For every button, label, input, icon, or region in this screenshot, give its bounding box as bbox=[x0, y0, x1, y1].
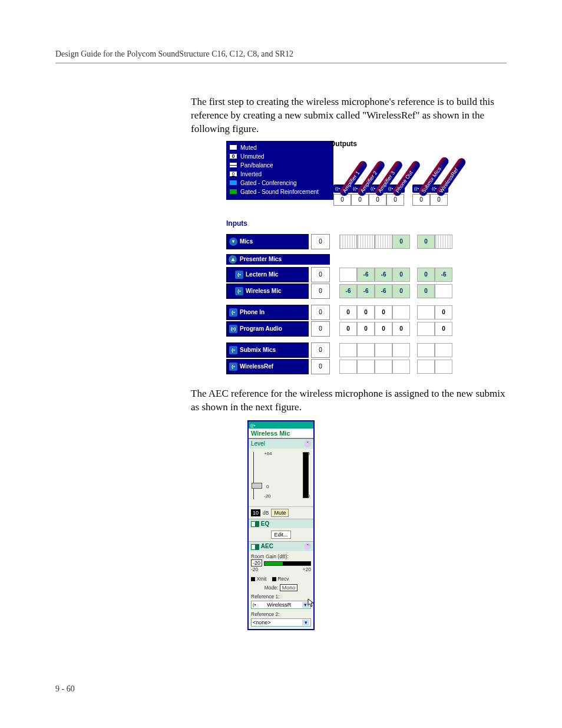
crosspoint[interactable] bbox=[417, 360, 435, 374]
inputs-label: Inputs bbox=[226, 219, 247, 228]
crosspoint[interactable]: 0 bbox=[375, 305, 392, 319]
input-row-wirelessmic[interactable]: (•Wireless Mic bbox=[226, 284, 309, 299]
crosspoint[interactable] bbox=[339, 360, 357, 374]
col-submixmics[interactable]: Submix Mics((•0 bbox=[412, 185, 430, 206]
crosspoint[interactable] bbox=[435, 343, 452, 357]
crosspoint[interactable]: -6 bbox=[375, 268, 392, 282]
crosspoint[interactable] bbox=[435, 360, 452, 374]
level-meter bbox=[303, 452, 309, 498]
room-gain-value[interactable]: -20 bbox=[251, 559, 262, 566]
crosspoint[interactable]: 0 bbox=[339, 322, 357, 336]
panel-title: Wireless Mic bbox=[249, 429, 313, 439]
input-fader[interactable]: 0 bbox=[311, 267, 330, 282]
aec-section: Room Gain (dB): -20 -20 +20 Xmit Recv Mo… bbox=[249, 551, 313, 629]
crosspoint[interactable]: -6 bbox=[357, 284, 375, 298]
crosspoint[interactable] bbox=[339, 268, 357, 282]
legend-unmuted: Unmuted bbox=[240, 152, 265, 161]
input-fader[interactable]: 0 bbox=[311, 321, 330, 337]
crosspoint[interactable] bbox=[435, 284, 452, 298]
mode-value[interactable]: Mono bbox=[280, 584, 298, 591]
col-wirelessref[interactable]: WirelessRef((•0 bbox=[430, 185, 448, 206]
crosspoint[interactable]: -6 bbox=[375, 284, 392, 298]
crosspoint[interactable] bbox=[339, 343, 357, 357]
crosspoint[interactable] bbox=[417, 343, 435, 357]
crosspoint[interactable]: -6 bbox=[435, 268, 452, 282]
crosspoint[interactable] bbox=[375, 360, 392, 374]
input-fader[interactable]: 0 bbox=[311, 284, 330, 299]
crosspoint[interactable]: 0 bbox=[357, 305, 375, 319]
eq-edit-button[interactable]: Edit... bbox=[271, 531, 290, 539]
xmit-indicator bbox=[251, 577, 255, 581]
input-fader[interactable]: 0 bbox=[311, 305, 330, 320]
crosspoint[interactable] bbox=[417, 322, 435, 336]
aec-icon bbox=[251, 544, 259, 550]
crosspoint[interactable] bbox=[357, 343, 375, 357]
input-fader[interactable]: 0 bbox=[311, 342, 330, 358]
crosspoint[interactable] bbox=[417, 305, 435, 319]
ref1-label: Reference 1: bbox=[251, 594, 311, 599]
reference1-select[interactable]: (• WirelessR▾ bbox=[251, 601, 311, 609]
group-presenter-mics[interactable]: ▴ Presenter Mics bbox=[226, 254, 330, 265]
section-eq-header[interactable]: EQ bbox=[249, 519, 313, 528]
col-amp1[interactable]: Amplifier 1((•0 bbox=[333, 185, 351, 206]
chevron-down-icon: ▾ bbox=[302, 620, 309, 625]
crosspoint[interactable] bbox=[392, 343, 410, 357]
room-gain-meter bbox=[264, 561, 311, 566]
chevron-down-icon[interactable]: ˅ bbox=[304, 440, 311, 447]
crosspoint[interactable]: -6 bbox=[339, 284, 357, 298]
level-section: +64 0 -20 +20 -20 bbox=[249, 449, 313, 506]
matrix-figure: Muted 0Unmuted Pan/balance 0Inverted Gat… bbox=[220, 140, 522, 383]
collapse-icon[interactable]: ▾ bbox=[229, 238, 237, 246]
mute-button[interactable]: Mute bbox=[271, 509, 289, 517]
matrix-legend: Muted 0Unmuted Pan/balance 0Inverted Gat… bbox=[226, 141, 333, 200]
page-number: 9 - 60 bbox=[55, 684, 75, 694]
input-fader[interactable]: 0 bbox=[311, 359, 330, 374]
col-phoneout[interactable]: Phone Out((•0 bbox=[386, 185, 404, 206]
crosspoint[interactable] bbox=[435, 235, 452, 249]
submix-icon: (• bbox=[229, 346, 237, 354]
eq-section: Edit... bbox=[249, 528, 313, 541]
section-aec-header[interactable]: AEC ˄ bbox=[249, 541, 313, 551]
crosspoint[interactable]: 0 bbox=[392, 268, 410, 282]
section-level-header[interactable]: Level ˅ bbox=[249, 439, 313, 449]
crosspoint[interactable]: 0 bbox=[435, 322, 452, 336]
crosspoint[interactable]: -6 bbox=[357, 268, 375, 282]
submix-icon: (• bbox=[229, 363, 237, 371]
input-row-lectern[interactable]: (•Lectern Mic bbox=[226, 267, 309, 282]
crosspoint[interactable] bbox=[339, 235, 357, 249]
crosspoint[interactable]: 0 bbox=[417, 268, 435, 282]
crosspoint[interactable] bbox=[375, 343, 392, 357]
legend-swatch-pan bbox=[230, 163, 237, 167]
crosspoint[interactable]: 0 bbox=[392, 235, 410, 249]
crosspoint[interactable] bbox=[392, 360, 410, 374]
input-row-mics[interactable]: ▾Mics bbox=[226, 234, 309, 249]
chevron-up-icon[interactable]: ˄ bbox=[304, 543, 311, 550]
reference2-select[interactable]: <none>▾ bbox=[251, 618, 311, 627]
crosspoint[interactable] bbox=[357, 360, 375, 374]
input-fader[interactable]: 0 bbox=[311, 234, 330, 249]
input-row-wirelessref[interactable]: (•WirelessRef bbox=[226, 359, 309, 374]
crosspoint[interactable]: 0 bbox=[392, 284, 410, 298]
crosspoint[interactable]: 0 bbox=[435, 305, 452, 319]
col-amp2[interactable]: Amplifier 2((•0 bbox=[351, 185, 369, 206]
collapse-icon[interactable]: ▴ bbox=[229, 255, 237, 263]
level-fader[interactable] bbox=[252, 483, 262, 489]
crosspoint[interactable]: 0 bbox=[375, 322, 392, 336]
input-row-submix-mics[interactable]: (•Submix Mics bbox=[226, 342, 309, 358]
scale-top: +64 bbox=[264, 451, 272, 456]
crosspoint[interactable] bbox=[357, 235, 375, 249]
crosspoint[interactable]: 0 bbox=[339, 305, 357, 319]
crosspoint[interactable] bbox=[375, 235, 392, 249]
rg-max: +20 bbox=[303, 566, 311, 572]
gain-value[interactable]: 10 bbox=[251, 509, 260, 516]
crosspoint[interactable]: 0 bbox=[417, 235, 435, 249]
col-amp3[interactable]: Amplifier 3((•0 bbox=[369, 185, 386, 206]
input-row-programaudio[interactable]: (•)Program Audio bbox=[226, 321, 309, 337]
legend-swatch-unmuted: 0 bbox=[230, 154, 237, 159]
crosspoint[interactable]: 0 bbox=[417, 284, 435, 298]
crosspoint[interactable]: 0 bbox=[357, 322, 375, 336]
crosspoint[interactable]: 0 bbox=[392, 322, 410, 336]
input-row-phonein[interactable]: (•Phone In bbox=[226, 305, 309, 320]
audio-icon: (•) bbox=[229, 325, 237, 333]
crosspoint[interactable] bbox=[392, 305, 410, 319]
